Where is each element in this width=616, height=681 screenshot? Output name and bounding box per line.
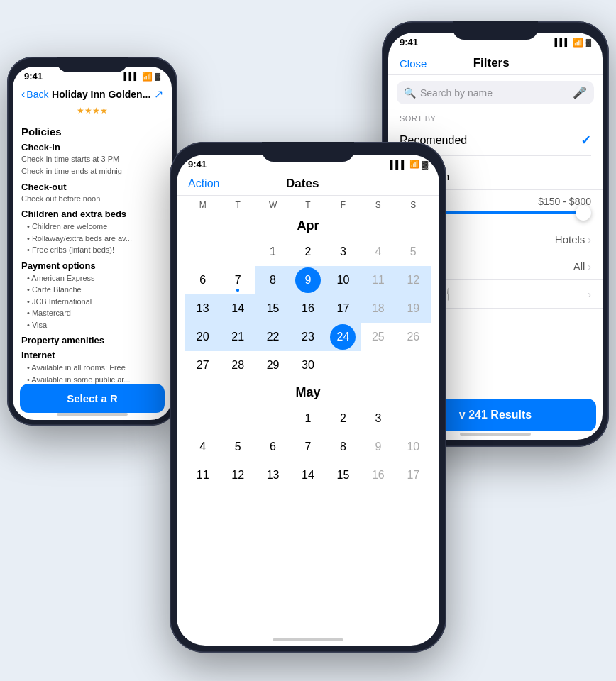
select-room-button[interactable]: Select a R [20,384,165,413]
children-item-1: Children are welcome [21,221,163,233]
signal-icon-c: ▌▌▌ [390,160,407,169]
cal-apr-23[interactable]: 23 [290,323,325,351]
cal-may-8[interactable]: 8 [326,433,361,461]
cal-apr-25[interactable]: 25 [361,323,395,351]
cal-apr-13[interactable]: 13 [185,294,220,323]
cal-apr-11[interactable]: 11 [361,266,395,294]
cal-may-12[interactable]: 12 [220,461,255,489]
may-week-3: 11 12 13 14 15 16 17 [185,461,431,489]
children-item-3: Free cribs (infant beds)! [21,244,163,256]
all-chevron-icon: › [588,261,591,272]
cal-may-6[interactable]: 6 [255,433,290,461]
time-left: 9:41 [24,71,43,82]
cal-apr-28[interactable]: 28 [220,351,255,380]
cal-apr-29[interactable]: 29 [255,351,290,380]
april-month-title: Apr [185,218,431,233]
cal-empty [326,351,361,380]
back-label: Back [26,89,48,100]
cal-empty [220,238,255,266]
cal-apr-5[interactable]: 5 [396,238,431,266]
cal-apr-26[interactable]: 26 [396,323,431,351]
cal-may-11[interactable]: 11 [185,461,220,489]
microphone-icon[interactable]: 🎤 [573,86,587,99]
cal-may-4[interactable]: 4 [185,433,220,461]
cal-may-16[interactable]: 16 [361,461,395,489]
payment-visa: Visa [21,319,163,331]
slider-thumb[interactable] [576,205,591,221]
search-bar[interactable]: 🔍 Search by name 🎤 [397,81,594,104]
wifi-status-icon-r: 📶 [573,38,583,48]
cal-apr-22[interactable]: 22 [255,323,290,351]
cal-apr-9-selected[interactable]: 9 [290,266,325,294]
may-week-1: 1 2 3 [185,404,431,433]
day-m: M [185,200,220,210]
cal-may-17[interactable]: 17 [396,461,431,489]
cal-may-7[interactable]: 7 [290,433,325,461]
day-t2: T [290,200,325,210]
cal-apr-10[interactable]: 10 [326,266,361,294]
internet-item-1: Available in all rooms: Free [21,362,163,374]
search-icon: 🔍 [404,87,416,99]
cal-may-14[interactable]: 14 [290,461,325,489]
wifi-status-icon: 📶 [142,72,153,82]
cal-may-3[interactable]: 3 [361,404,395,433]
battery-icon-r: ▓ [586,38,591,46]
signal-icon: ▌▌▌ [123,72,138,80]
screen-left: 9:41 ▌▌▌ 📶 ▓ ‹ Back Holiday Inn Golden..… [13,67,172,420]
close-button[interactable]: Close [400,57,427,70]
april-week-3: 13 14 15 16 17 18 19 [185,294,431,323]
cal-may-1[interactable]: 1 [290,404,325,433]
policies-content: Policies Check-in Check-in time starts a… [13,118,172,388]
cal-may-2[interactable]: 2 [326,404,361,433]
home-indicator-center [273,638,343,641]
cal-apr-1[interactable]: 1 [255,238,290,266]
cal-apr-3[interactable]: 3 [326,238,361,266]
checkout-text: Check out before noon [21,194,163,204]
cal-apr-8[interactable]: 8 [255,266,290,294]
cal-empty [361,351,395,380]
cal-apr-30[interactable]: 30 [290,351,325,380]
payment-jcb: JCB International [21,296,163,308]
cal-may-5[interactable]: 5 [220,433,255,461]
april-week-1: 1 2 3 4 5 [185,238,431,266]
cal-may-13[interactable]: 13 [255,461,290,489]
april-week-2: 6 7 8 9 10 11 12 [185,266,431,294]
cal-apr-18[interactable]: 18 [361,294,395,323]
cal-may-15[interactable]: 15 [326,461,361,489]
cal-apr-19[interactable]: 19 [396,294,431,323]
status-icons-center: ▌▌▌ 📶 ▓ [390,160,428,169]
signal-icon-r: ▌▌▌ [554,38,569,46]
day-s2: S [396,200,431,210]
action-button[interactable]: Action [188,177,219,190]
cal-apr-15[interactable]: 15 [255,294,290,323]
cal-apr-20[interactable]: 20 [185,323,220,351]
cal-apr-2[interactable]: 2 [290,238,325,266]
payment-title: Payment options [21,260,163,271]
cal-apr-27[interactable]: 27 [185,351,220,380]
cal-apr-14[interactable]: 14 [220,294,255,323]
cal-empty [396,404,431,433]
phone-left: 9:41 ▌▌▌ 📶 ▓ ‹ Back Holiday Inn Golden..… [7,57,177,426]
day-s1: S [361,200,395,210]
cal-apr-17[interactable]: 17 [326,294,361,323]
cal-may-9[interactable]: 9 [361,433,395,461]
share-button[interactable]: ↗ [154,87,163,101]
all-value: All › [573,260,591,272]
back-button[interactable]: ‹ Back [21,88,48,101]
notch-right [453,21,538,40]
cal-apr-12[interactable]: 12 [396,266,431,294]
all-value-text: All [573,260,585,272]
battery-icon: ▓ [155,72,160,80]
cal-apr-24-selected[interactable]: 24 [326,323,361,351]
cal-apr-6[interactable]: 6 [185,266,220,294]
cal-apr-7[interactable]: 7 [220,266,255,294]
cal-apr-16[interactable]: 16 [290,294,325,323]
cal-may-10[interactable]: 10 [396,433,431,461]
cal-apr-4[interactable]: 4 [361,238,395,266]
cal-empty [255,404,290,433]
children-title: Children and extra beds [21,209,163,219]
sort-by-label: SORT BY [400,114,591,123]
payment-mc: Mastercard [21,307,163,319]
cal-apr-21[interactable]: 21 [220,323,255,351]
policies-section-title: Policies [21,126,163,138]
